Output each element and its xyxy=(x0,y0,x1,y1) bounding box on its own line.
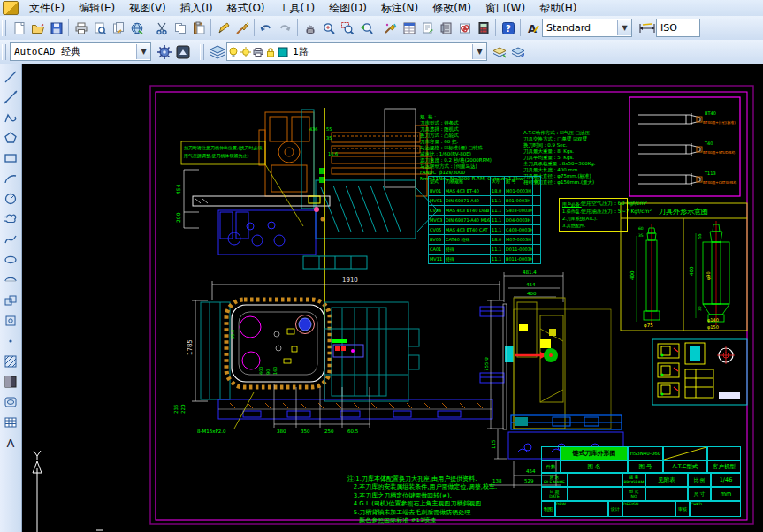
paste-icon[interactable] xyxy=(189,19,208,37)
zoom-previous-icon[interactable] xyxy=(356,19,375,37)
zoom-realtime-icon[interactable] xyxy=(319,19,338,37)
spec-line: 减速比 : 1/60(RV-80E) xyxy=(420,151,523,157)
dim-text: 380 xyxy=(277,429,286,434)
menu-item[interactable]: 修改(M) xyxy=(425,0,478,17)
combo-arrow-icon[interactable]: ▼ xyxy=(617,20,631,35)
note-line: 颜色参照国际标准 #13喷漆 xyxy=(347,517,497,526)
help-icon[interactable]: ? xyxy=(499,19,517,37)
line-icon[interactable] xyxy=(1,67,20,87)
layer-color-swatch[interactable] xyxy=(278,47,288,57)
revision-cloud-icon[interactable] xyxy=(1,209,20,229)
text-style-icon[interactable]: A xyxy=(523,19,542,37)
spec-line: A.T.C动作方式 : ☑气压 □油压 xyxy=(523,130,596,136)
make-block-icon[interactable] xyxy=(1,311,20,331)
tool-palettes-icon[interactable] xyxy=(437,19,455,37)
insert-block-icon[interactable] xyxy=(1,291,20,310)
quickcalc-icon[interactable] xyxy=(474,19,492,37)
web-publish-icon[interactable] xyxy=(127,19,146,37)
plot-icon[interactable] xyxy=(72,19,90,37)
toolbar-grip[interactable] xyxy=(2,44,6,60)
dim-style-icon[interactable] xyxy=(637,19,656,37)
cell-model: MV01 xyxy=(429,196,445,206)
layer-previous-icon[interactable] xyxy=(509,42,528,61)
toolbar-grip[interactable] xyxy=(200,44,204,60)
rectangle-icon[interactable] xyxy=(1,148,20,168)
layer-combo[interactable]: 1路 ▼ xyxy=(226,42,487,61)
tb-drawing-number: HS3N40-060 xyxy=(628,446,663,460)
new-icon[interactable] xyxy=(10,19,28,37)
tb-person-label: 姓 名 FILE NAME xyxy=(541,473,568,487)
undo-icon[interactable] xyxy=(257,19,276,37)
construction-line-icon[interactable] xyxy=(1,87,20,107)
layer-on-bulb-icon[interactable] xyxy=(228,47,239,57)
tb-check-en: CHKD xyxy=(690,501,741,517)
menu-item[interactable]: 文件(F) xyxy=(22,0,72,17)
dim-style-combo[interactable]: ISO xyxy=(656,19,700,37)
table-icon[interactable] xyxy=(1,413,20,432)
open-icon[interactable] xyxy=(28,19,47,37)
layer-freeze-sun-icon[interactable] xyxy=(240,47,251,57)
layer-lock-icon[interactable] xyxy=(265,47,276,57)
menu-item[interactable]: 标注(N) xyxy=(374,0,425,17)
cell-shank-spec: DIN 69871-A40 xyxy=(445,196,491,206)
menu-item[interactable]: 绘图(D) xyxy=(322,0,374,17)
workspace-gear-icon[interactable] xyxy=(155,42,173,61)
plot-preview-icon[interactable] xyxy=(90,19,109,37)
polyline-icon[interactable] xyxy=(1,108,20,127)
workspace-combo[interactable]: AutoCAD 经典 ▼ xyxy=(10,42,151,61)
menu-item[interactable]: 编辑(E) xyxy=(72,0,122,17)
tb-date-label: 日 期 DATE xyxy=(541,487,568,501)
redo-icon[interactable] xyxy=(276,19,294,37)
table-row: MV01 DIN 69871-A40 11.1 B01-0003H xyxy=(429,196,541,206)
app-icon[interactable] xyxy=(3,1,19,15)
spline-icon[interactable] xyxy=(1,230,20,249)
menu-item[interactable]: 工具(T) xyxy=(272,0,323,17)
arc-icon[interactable] xyxy=(1,169,20,188)
match-properties-icon[interactable] xyxy=(381,19,400,37)
menu-item[interactable]: 窗口(W) xyxy=(478,0,532,17)
publish-icon[interactable] xyxy=(109,19,127,37)
copy-icon[interactable] xyxy=(171,19,189,37)
designcenter-icon[interactable] xyxy=(418,19,437,37)
layer-states-icon[interactable] xyxy=(491,42,509,61)
drawing-canvas[interactable]: 454 200 436 55 35 16.6 扣刀时请注意刀柄伸出位置,(换刀时… xyxy=(22,64,763,532)
menu-item[interactable]: 插入(I) xyxy=(173,0,220,17)
workspace-save-icon[interactable] xyxy=(173,42,192,61)
markup-manager-icon[interactable] xyxy=(455,19,474,37)
col-header: 型式 xyxy=(429,177,445,186)
layers-icon[interactable] xyxy=(208,42,226,61)
polygon-icon[interactable] xyxy=(1,128,20,148)
circle-icon[interactable] xyxy=(1,189,20,209)
combo-arrow-icon[interactable]: ▼ xyxy=(472,44,486,59)
hatch-icon[interactable] xyxy=(1,352,20,371)
note-box-item: 1.操作盘. xyxy=(562,208,624,215)
combo-arrow-icon[interactable]: ▼ xyxy=(136,44,150,59)
text-style-combo[interactable]: Standard ▼ xyxy=(542,19,632,37)
match-pen-icon[interactable] xyxy=(214,19,233,37)
menu-item[interactable]: 帮助(H) xyxy=(532,0,584,17)
svg-text:A: A xyxy=(7,437,15,450)
sketch-brush-icon[interactable] xyxy=(233,19,251,37)
toolbar-grip[interactable] xyxy=(2,20,6,36)
ellipse-arc-icon[interactable] xyxy=(1,270,20,290)
point-icon[interactable] xyxy=(1,331,20,351)
menu-item[interactable]: 格式(O) xyxy=(220,0,272,17)
menu-item[interactable]: 视图(V) xyxy=(122,0,173,17)
zoom-window-icon[interactable] xyxy=(338,19,356,37)
region-icon[interactable] xyxy=(1,392,20,412)
tb-size-label: 尺 寸 xyxy=(688,487,711,501)
cut-icon[interactable] xyxy=(152,19,171,37)
ellipse-icon[interactable] xyxy=(1,250,20,270)
save-icon[interactable] xyxy=(47,19,65,37)
spec-table-header-row: 型式 刀柄规格 大小 图 号 备注 xyxy=(429,177,541,186)
tool-outline-box: 刀具外形示意图 400 60 35 φ75 xyxy=(621,203,747,331)
base-strip xyxy=(218,399,492,419)
pan-icon[interactable] xyxy=(301,19,319,37)
properties-palette-icon[interactable] xyxy=(400,19,418,37)
gradient-icon[interactable] xyxy=(1,372,20,391)
tool-right: 400 55 30 φ90 φ140 φ150 xyxy=(689,221,729,331)
mtext-icon[interactable]: A xyxy=(1,433,20,452)
spec-line: 换刀方式 : 凸轮式 xyxy=(420,133,523,139)
autocad-window: 文件(F)编辑(E)视图(V)插入(I)格式(O)工具(T)绘图(D)标注(N)… xyxy=(0,0,763,532)
layer-plot-printer-icon[interactable] xyxy=(253,47,263,57)
